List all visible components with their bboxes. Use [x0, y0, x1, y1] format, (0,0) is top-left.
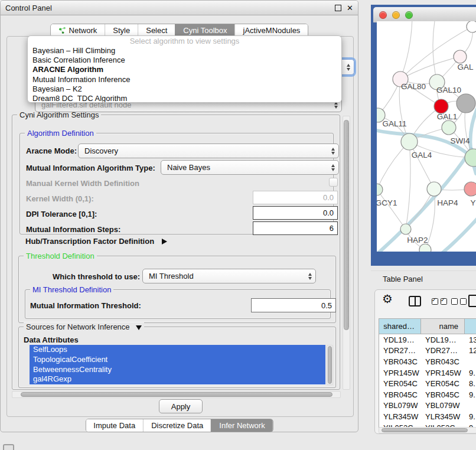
attribute-topologicalcoefficient[interactable]: TopologicalCoefficient — [30, 355, 325, 365]
node-gal1[interactable] — [442, 120, 456, 135]
settings-vertical-scrollbar-thumb[interactable] — [344, 120, 349, 330]
table-row[interactable]: YER054CYER054C8. — [379, 378, 476, 389]
select-all-checkboxes-icon[interactable] — [432, 298, 447, 305]
table-row[interactable]: YDR27…YDR27…12 — [379, 345, 476, 357]
algorithm-definition-title: Algorithm Definition — [25, 129, 96, 138]
table-row[interactable]: YLR345WYLR345W9. — [379, 411, 476, 422]
which-threshold-combobox[interactable]: MI Threshold — [142, 269, 316, 283]
close-traffic-light[interactable] — [379, 11, 387, 19]
table-row[interactable]: YBR045CYBR045C9. — [379, 389, 476, 400]
edge-VT1-GAL80[interactable] — [400, 21, 412, 79]
edge-GAL4-HAP2[interactable] — [406, 142, 410, 229]
algorithm-option-mutual-information-inference[interactable]: Mutual Information Inference — [28, 75, 341, 84]
algorithm-option-dream8-dc-tdc-algorithm[interactable]: Dream8 DC_TDC Algorithm — [28, 94, 341, 103]
mi-threshold-definition-group: MI Threshold Definition Mutual Informati… — [25, 289, 331, 319]
attribute-selfloops[interactable]: SelfLoops — [30, 345, 325, 355]
node-gray[interactable] — [457, 94, 475, 113]
edge-N2-GAL80[interactable] — [400, 57, 460, 79]
algorithm-option-basic-correlation-inference[interactable]: Basic Correlation Inference — [28, 56, 341, 65]
tab-label: jActiveMNodules — [243, 26, 301, 35]
minimize-traffic-light[interactable] — [392, 11, 400, 19]
hub-expander[interactable]: Hub/Transcription Factor Definition — [25, 237, 167, 246]
tab-infer-network[interactable]: Infer Network — [211, 419, 272, 432]
close-icon[interactable]: ✕ — [347, 4, 353, 12]
column-header-a[interactable]: A — [465, 319, 476, 334]
network-view-window[interactable]: GALGAL80GAL10GAL1GAL11GAL4SWI4GCY1HAP4YH… — [371, 5, 476, 266]
algorithm-option-aracne-algorithm[interactable]: ARACNE Algorithm — [28, 65, 341, 74]
settings-vertical-scrollbar[interactable] — [343, 116, 350, 390]
node-gal4[interactable] — [401, 133, 418, 150]
mi-type-combobox[interactable]: Naive Bayes — [161, 160, 339, 175]
settings-horizontal-scrollbar[interactable] — [12, 391, 341, 398]
node-bot[interactable] — [419, 244, 431, 252]
zoom-traffic-light[interactable] — [405, 11, 413, 19]
dpi-tolerance-field[interactable]: 0.0 — [253, 206, 338, 220]
table-cell: YER054C — [421, 378, 465, 389]
table-cell: YLR345W — [379, 411, 421, 422]
table-body: YDL19…YDL19…13YDR27…YDR27…12YBR043CYBR04… — [379, 334, 476, 428]
node-y[interactable] — [464, 182, 476, 196]
attributes-scrollbar[interactable] — [327, 345, 333, 385]
algorithm-option-bayesian-k2[interactable]: Bayesian – K2 — [28, 84, 341, 94]
network-icon — [58, 27, 66, 34]
table-options-icon[interactable] — [468, 295, 476, 307]
tab-network[interactable]: Network — [51, 24, 105, 37]
sources-title[interactable]: Sources for Network Inference — [24, 322, 144, 331]
tab-style[interactable]: Style — [105, 24, 138, 37]
table-row[interactable]: YBL079WYBL079W — [379, 400, 476, 412]
table-horizontal-scrollbar[interactable] — [379, 427, 476, 433]
tab-impute-data[interactable]: Impute Data — [86, 419, 143, 432]
data-attributes-list[interactable]: SelfLoopsTopologicalCoefficientBetweenne… — [30, 345, 325, 385]
aracne-mode-combobox[interactable]: Discovery — [78, 144, 339, 158]
node-red[interactable] — [434, 99, 448, 113]
gear-icon[interactable]: ⚙ — [382, 293, 393, 305]
node-hap2[interactable] — [400, 224, 411, 234]
node-gcy1[interactable] — [377, 184, 383, 195]
table-cell: YDR27… — [421, 345, 465, 357]
cyni-mode-tab-bar: Impute DataDiscretize DataInfer Network — [85, 419, 273, 432]
node-gal[interactable] — [454, 50, 467, 63]
network-window-titlebar[interactable] — [373, 7, 476, 22]
edge-VT2-GAL10[interactable] — [433, 21, 437, 82]
tab-jactivemnodules[interactable]: jActiveMNodules — [235, 24, 308, 37]
minimized-panel-icon[interactable] — [3, 444, 14, 450]
edge-GCY1-HAP2[interactable] — [377, 190, 406, 229]
table-cell: YBL079W — [379, 400, 421, 412]
table-horizontal-scrollbar-thumb[interactable] — [382, 428, 468, 432]
sources-group: Sources for Network Inference Data Attri… — [18, 327, 336, 388]
control-panel-titlebar[interactable]: Control Panel ✕ — [1, 1, 358, 15]
network-graph[interactable]: GALGAL80GAL10GAL1GAL11GAL4SWI4GCY1HAP4YH… — [377, 21, 476, 252]
tab-cyni-toolbox[interactable]: Cyni Toolbox — [175, 24, 234, 37]
column-header-name[interactable]: name — [421, 319, 465, 334]
float-icon[interactable] — [335, 5, 341, 11]
manual-kernel-checkbox[interactable] — [329, 178, 338, 187]
expander-arrow-icon[interactable] — [162, 239, 167, 244]
settings-horizontal-scrollbar-thumb[interactable] — [21, 392, 332, 397]
tab-select[interactable]: Select — [138, 24, 175, 37]
node-hap4[interactable] — [427, 182, 441, 196]
attribute-betweennesscentrality[interactable]: BetweennessCentrality — [30, 365, 325, 375]
table-row[interactable]: YBR043CYBR043C — [379, 356, 476, 367]
kernel-width-field[interactable]: 0.0 — [253, 191, 338, 204]
tab-discretize-data[interactable]: Discretize Data — [143, 419, 211, 432]
attribute-gal4rgexp[interactable]: gal4RGexp — [30, 374, 325, 384]
mi-threshold-label: Mutual Information Threshold: — [30, 301, 141, 310]
table-cell: YER054C — [379, 378, 421, 389]
mi-threshold-field[interactable]: 0.5 — [251, 298, 336, 312]
collapse-arrow-icon[interactable] — [136, 325, 142, 330]
split-view-icon[interactable] — [409, 296, 421, 306]
attributes-scrollbar-thumb[interactable] — [328, 346, 332, 384]
node-label-gcy1: GCY1 — [377, 198, 397, 207]
algorithm-option-bayesian-hill-climbing[interactable]: Bayesian – Hill Climbing — [28, 46, 341, 56]
network-canvas[interactable]: GALGAL80GAL10GAL1GAL11GAL4SWI4GCY1HAP4YH… — [377, 21, 476, 252]
deselect-all-checkboxes-icon[interactable] — [451, 298, 467, 305]
table-row[interactable]: YPR145WYPR145W9. — [379, 367, 476, 379]
node-table: shared…nameA YDL19…YDL19…13YDR27…YDR27…1… — [379, 318, 476, 428]
edge-GAL4-GCY1[interactable] — [377, 142, 409, 190]
column-header-shared-[interactable]: shared… — [379, 319, 421, 334]
node-n1[interactable] — [467, 21, 476, 32]
apply-button[interactable]: Apply — [159, 399, 203, 413]
mi-steps-field[interactable]: 6 — [253, 221, 338, 235]
table-row[interactable]: YDL19…YDL19…13 — [379, 334, 476, 345]
app-root: { "control_panel": { "window_title": "Co… — [0, 0, 476, 450]
